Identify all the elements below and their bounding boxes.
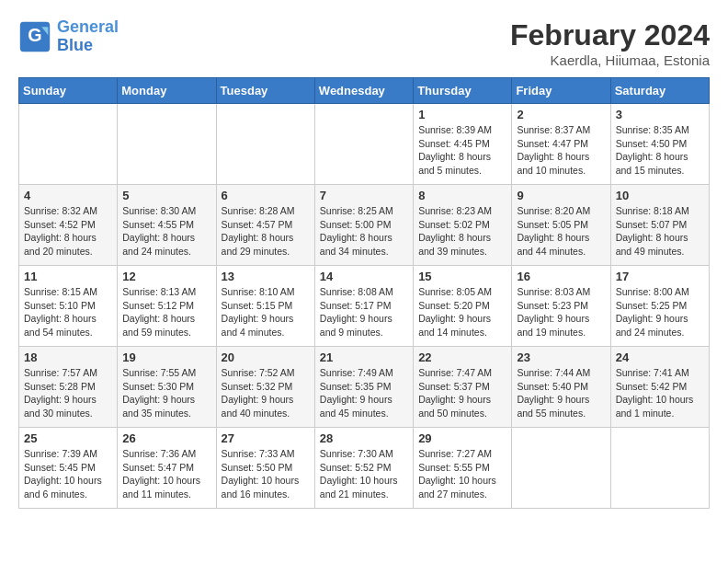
day-number: 4 (24, 189, 112, 202)
calendar-cell: 23Sunrise: 7:44 AM Sunset: 5:40 PM Dayli… (512, 347, 610, 428)
day-info: Sunrise: 7:33 AM Sunset: 5:50 PM Dayligh… (222, 447, 310, 501)
day-info: Sunrise: 8:35 AM Sunset: 4:50 PM Dayligh… (616, 123, 704, 178)
calendar-cell: 20Sunrise: 7:52 AM Sunset: 5:32 PM Dayli… (216, 347, 314, 428)
day-number: 24 (616, 350, 704, 364)
day-info: Sunrise: 7:36 AM Sunset: 5:47 PM Dayligh… (122, 447, 210, 501)
calendar-week-5: 25Sunrise: 7:39 AM Sunset: 5:45 PM Dayli… (19, 428, 710, 509)
day-info: Sunrise: 7:41 AM Sunset: 5:42 PM Dayligh… (616, 366, 704, 420)
calendar-body: 1Sunrise: 8:39 AM Sunset: 4:45 PM Daylig… (19, 104, 710, 509)
day-number: 21 (320, 350, 408, 364)
day-info: Sunrise: 8:00 AM Sunset: 5:25 PM Dayligh… (616, 285, 704, 339)
day-info: Sunrise: 8:15 AM Sunset: 5:10 PM Dayligh… (24, 285, 112, 339)
calendar-cell (610, 428, 709, 509)
calendar-cell (216, 104, 314, 185)
day-info: Sunrise: 8:23 AM Sunset: 5:02 PM Dayligh… (418, 204, 506, 259)
calendar-cell: 5Sunrise: 8:30 AM Sunset: 4:55 PM Daylig… (118, 185, 216, 266)
day-number: 25 (24, 431, 112, 445)
day-info: Sunrise: 7:55 AM Sunset: 5:30 PM Dayligh… (122, 366, 210, 420)
svg-text:G: G (28, 25, 41, 45)
month-title: February 2024 (510, 18, 710, 52)
calendar-cell: 21Sunrise: 7:49 AM Sunset: 5:35 PM Dayli… (314, 347, 413, 428)
calendar-cell: 3Sunrise: 8:35 AM Sunset: 4:50 PM Daylig… (610, 104, 709, 185)
day-info: Sunrise: 8:20 AM Sunset: 5:05 PM Dayligh… (517, 204, 605, 259)
day-number: 13 (222, 270, 310, 283)
calendar-week-3: 11Sunrise: 8:15 AM Sunset: 5:10 PM Dayli… (19, 266, 710, 347)
calendar-cell (19, 104, 118, 185)
logo-line2: Blue (57, 37, 119, 55)
calendar-week-1: 1Sunrise: 8:39 AM Sunset: 4:45 PM Daylig… (19, 104, 710, 185)
day-number: 15 (418, 270, 506, 283)
calendar-cell: 28Sunrise: 7:30 AM Sunset: 5:52 PM Dayli… (314, 428, 413, 509)
day-info: Sunrise: 8:10 AM Sunset: 5:15 PM Dayligh… (222, 285, 310, 339)
calendar-week-4: 18Sunrise: 7:57 AM Sunset: 5:28 PM Dayli… (19, 347, 710, 428)
day-number: 11 (24, 270, 112, 283)
calendar-cell: 6Sunrise: 8:28 AM Sunset: 4:57 PM Daylig… (216, 185, 314, 266)
day-number: 12 (122, 270, 210, 283)
day-info: Sunrise: 7:44 AM Sunset: 5:40 PM Dayligh… (517, 366, 605, 420)
day-info: Sunrise: 8:30 AM Sunset: 4:55 PM Dayligh… (122, 204, 210, 259)
day-info: Sunrise: 8:18 AM Sunset: 5:07 PM Dayligh… (616, 204, 704, 259)
day-info: Sunrise: 8:13 AM Sunset: 5:12 PM Dayligh… (122, 285, 210, 339)
calendar-cell: 4Sunrise: 8:32 AM Sunset: 4:52 PM Daylig… (19, 185, 118, 266)
weekday-row: SundayMondayTuesdayWednesdayThursdayFrid… (19, 78, 710, 104)
day-number: 6 (222, 189, 310, 202)
calendar-cell: 24Sunrise: 7:41 AM Sunset: 5:42 PM Dayli… (610, 347, 709, 428)
title-block: February 2024 Kaerdla, Hiiumaa, Estonia (510, 18, 710, 68)
calendar-cell: 17Sunrise: 8:00 AM Sunset: 5:25 PM Dayli… (610, 266, 709, 347)
day-number: 7 (320, 189, 408, 202)
day-number: 5 (122, 189, 210, 202)
day-number: 19 (122, 350, 210, 364)
location: Kaerdla, Hiiumaa, Estonia (510, 52, 710, 68)
calendar-cell: 8Sunrise: 8:23 AM Sunset: 5:02 PM Daylig… (414, 185, 512, 266)
weekday-header-saturday: Saturday (610, 78, 709, 104)
weekday-header-wednesday: Wednesday (314, 78, 413, 104)
day-info: Sunrise: 8:25 AM Sunset: 5:00 PM Dayligh… (320, 204, 408, 259)
day-info: Sunrise: 7:57 AM Sunset: 5:28 PM Dayligh… (24, 366, 112, 420)
calendar-cell: 26Sunrise: 7:36 AM Sunset: 5:47 PM Dayli… (118, 428, 216, 509)
day-info: Sunrise: 7:27 AM Sunset: 5:55 PM Dayligh… (418, 447, 506, 501)
calendar-cell: 1Sunrise: 8:39 AM Sunset: 4:45 PM Daylig… (414, 104, 512, 185)
day-number: 23 (517, 350, 605, 364)
weekday-header-thursday: Thursday (414, 78, 512, 104)
day-number: 2 (517, 108, 605, 121)
calendar-cell (314, 104, 413, 185)
day-number: 22 (418, 350, 506, 364)
day-info: Sunrise: 7:39 AM Sunset: 5:45 PM Dayligh… (24, 447, 112, 501)
day-number: 18 (24, 350, 112, 364)
day-number: 3 (616, 108, 704, 121)
logo-text: General Blue (57, 18, 119, 55)
calendar-cell: 29Sunrise: 7:27 AM Sunset: 5:55 PM Dayli… (414, 428, 512, 509)
day-number: 28 (320, 431, 408, 445)
day-number: 8 (418, 189, 506, 202)
calendar-cell: 13Sunrise: 8:10 AM Sunset: 5:15 PM Dayli… (216, 266, 314, 347)
calendar-cell: 7Sunrise: 8:25 AM Sunset: 5:00 PM Daylig… (314, 185, 413, 266)
calendar-cell: 16Sunrise: 8:03 AM Sunset: 5:23 PM Dayli… (512, 266, 610, 347)
calendar-week-2: 4Sunrise: 8:32 AM Sunset: 4:52 PM Daylig… (19, 185, 710, 266)
calendar-cell (118, 104, 216, 185)
weekday-header-tuesday: Tuesday (216, 78, 314, 104)
page-header: G General Blue February 2024 Kaerdla, Hi… (18, 18, 710, 68)
calendar-header: SundayMondayTuesdayWednesdayThursdayFrid… (19, 78, 710, 104)
day-number: 1 (418, 108, 506, 121)
calendar-cell (512, 428, 610, 509)
calendar-cell: 9Sunrise: 8:20 AM Sunset: 5:05 PM Daylig… (512, 185, 610, 266)
calendar-cell: 25Sunrise: 7:39 AM Sunset: 5:45 PM Dayli… (19, 428, 118, 509)
calendar-cell: 14Sunrise: 8:08 AM Sunset: 5:17 PM Dayli… (314, 266, 413, 347)
day-number: 14 (320, 270, 408, 283)
day-info: Sunrise: 8:03 AM Sunset: 5:23 PM Dayligh… (517, 285, 605, 339)
logo-icon: G (18, 20, 51, 53)
day-number: 17 (616, 270, 704, 283)
calendar-cell: 12Sunrise: 8:13 AM Sunset: 5:12 PM Dayli… (118, 266, 216, 347)
day-number: 20 (222, 350, 310, 364)
day-info: Sunrise: 8:28 AM Sunset: 4:57 PM Dayligh… (222, 204, 310, 259)
weekday-header-monday: Monday (118, 78, 216, 104)
day-number: 26 (122, 431, 210, 445)
day-number: 10 (616, 189, 704, 202)
calendar-cell: 19Sunrise: 7:55 AM Sunset: 5:30 PM Dayli… (118, 347, 216, 428)
day-info: Sunrise: 8:08 AM Sunset: 5:17 PM Dayligh… (320, 285, 408, 339)
day-number: 29 (418, 431, 506, 445)
logo: G General Blue (18, 18, 119, 55)
day-info: Sunrise: 7:52 AM Sunset: 5:32 PM Dayligh… (222, 366, 310, 420)
day-info: Sunrise: 8:37 AM Sunset: 4:47 PM Dayligh… (517, 123, 605, 178)
day-info: Sunrise: 8:32 AM Sunset: 4:52 PM Dayligh… (24, 204, 112, 259)
